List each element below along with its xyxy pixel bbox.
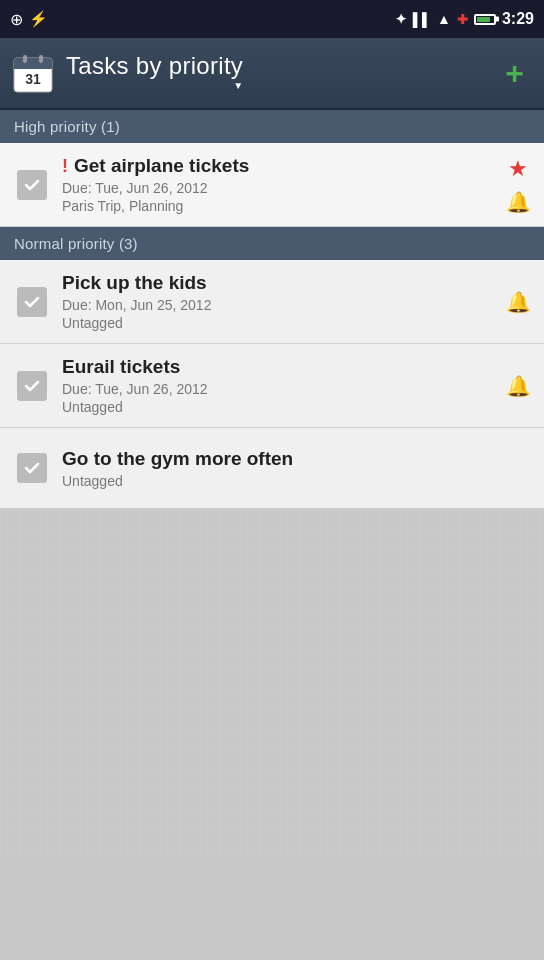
task-due: Due: Tue, Jun 26, 2012 <box>62 381 494 397</box>
high-priority-header: High priority (1) <box>0 110 544 143</box>
bell-icon[interactable]: 🔔 <box>506 374 531 398</box>
task-checkbox[interactable] <box>17 170 47 200</box>
task-tags: Untagged <box>62 315 494 331</box>
calendar-icon: 31 <box>12 52 54 94</box>
task-content: Go to the gym more often Untagged <box>54 448 502 489</box>
task-action-icons: ★ 🔔 <box>502 156 534 214</box>
task-title-row: Go to the gym more often <box>62 448 494 470</box>
bell-icon[interactable]: 🔔 <box>506 190 531 214</box>
task-action-icons: 🔔 <box>502 290 534 314</box>
task-action-icons: 🔔 <box>502 374 534 398</box>
add-task-button[interactable]: + <box>497 53 532 93</box>
exclamation-icon: ! <box>62 157 68 175</box>
task-due: Due: Tue, Jun 26, 2012 <box>62 180 494 196</box>
task-tags: Untagged <box>62 399 494 415</box>
task-due: Due: Mon, Jun 25, 2012 <box>62 297 494 313</box>
normal-priority-label: Normal priority (3) <box>14 235 138 252</box>
android-icon: ⊕ <box>10 10 23 29</box>
status-right-icons: ✦ ▌▌ ▲ ✚ 3:29 <box>395 10 534 28</box>
task-checkbox-wrap[interactable] <box>10 280 54 324</box>
task-title: Eurail tickets <box>62 356 180 378</box>
bluetooth-icon: ✦ <box>395 11 407 27</box>
task-item[interactable]: Eurail tickets Due: Tue, Jun 26, 2012 Un… <box>0 344 544 428</box>
clock: 3:29 <box>502 10 534 28</box>
task-item[interactable]: Pick up the kids Due: Mon, Jun 25, 2012 … <box>0 260 544 344</box>
task-checkbox-wrap[interactable] <box>10 364 54 408</box>
task-tags: Untagged <box>62 473 494 489</box>
wifi-icon: ▲ <box>437 11 451 27</box>
app-bar: 31 Tasks by priority ▼ + <box>0 38 544 110</box>
task-title-row: Pick up the kids <box>62 272 494 294</box>
svg-text:31: 31 <box>25 71 41 87</box>
task-tags: Paris Trip, Planning <box>62 198 494 214</box>
high-priority-label: High priority (1) <box>14 118 120 135</box>
app-title: Tasks by priority <box>66 52 243 80</box>
task-title: Get airplane tickets <box>74 155 249 177</box>
task-content: Eurail tickets Due: Tue, Jun 26, 2012 Un… <box>54 356 502 415</box>
empty-area <box>0 508 544 858</box>
task-checkbox-wrap[interactable] <box>10 163 54 207</box>
battery-icon <box>474 14 496 25</box>
task-checkbox-wrap[interactable] <box>10 446 54 490</box>
task-title-row: Eurail tickets <box>62 356 494 378</box>
task-title: Go to the gym more often <box>62 448 293 470</box>
star-icon[interactable]: ★ <box>508 156 528 182</box>
task-checkbox[interactable] <box>17 371 47 401</box>
task-content: Pick up the kids Due: Mon, Jun 25, 2012 … <box>54 272 502 331</box>
normal-priority-header: Normal priority (3) <box>0 227 544 260</box>
task-title-row: ! Get airplane tickets <box>62 155 494 177</box>
bell-icon[interactable]: 🔔 <box>506 290 531 314</box>
task-item[interactable]: ! Get airplane tickets Due: Tue, Jun 26,… <box>0 143 544 227</box>
medical-icon: ✚ <box>457 12 468 27</box>
task-title: Pick up the kids <box>62 272 207 294</box>
usb-icon: ⚡ <box>29 10 48 28</box>
status-bar: ⊕ ⚡ ✦ ▌▌ ▲ ✚ 3:29 <box>0 0 544 38</box>
task-content: ! Get airplane tickets Due: Tue, Jun 26,… <box>54 155 502 214</box>
svg-rect-2 <box>14 66 52 69</box>
svg-rect-4 <box>23 55 27 63</box>
status-left-icons: ⊕ ⚡ <box>10 10 48 29</box>
dropdown-arrow-icon[interactable]: ▼ <box>233 80 243 91</box>
app-bar-left: 31 Tasks by priority ▼ <box>12 52 243 95</box>
signal-icon: ▌▌ <box>413 12 431 27</box>
task-item[interactable]: Go to the gym more often Untagged <box>0 428 544 508</box>
task-checkbox[interactable] <box>17 453 47 483</box>
task-checkbox[interactable] <box>17 287 47 317</box>
svg-rect-5 <box>39 55 43 63</box>
